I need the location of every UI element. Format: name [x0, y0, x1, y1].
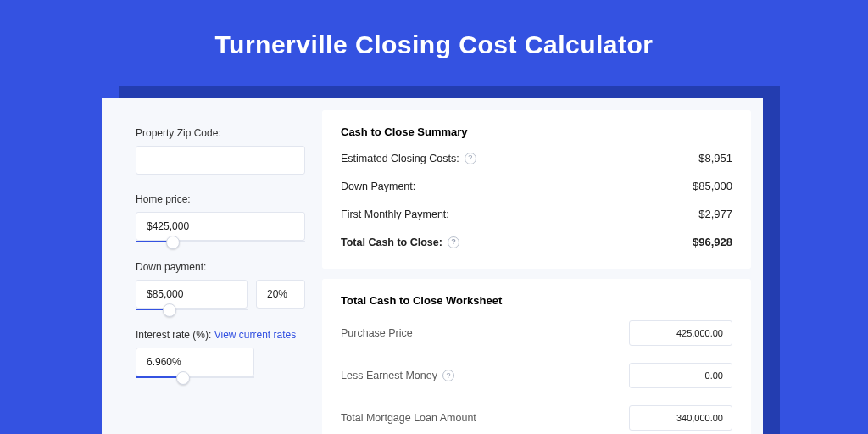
summary-label: Estimated Closing Costs:: [341, 153, 459, 164]
slider-thumb-icon[interactable]: [166, 236, 180, 249]
view-current-rates-link[interactable]: View current rates: [214, 329, 297, 341]
down-payment-input[interactable]: $85,000: [136, 280, 248, 309]
zip-label: Property Zip Code:: [136, 127, 305, 139]
worksheet-row-total-mortgage: Total Mortgage Loan Amount 340,000.00: [341, 405, 732, 431]
zip-input[interactable]: [136, 146, 305, 175]
calculator-card: Property Zip Code: Home price: $425,000 …: [102, 98, 763, 434]
interest-rate-input[interactable]: 6.960%: [136, 348, 254, 376]
slider-thumb-icon[interactable]: [176, 371, 190, 385]
help-icon[interactable]: ?: [465, 153, 476, 164]
worksheet-row-purchase-price: Purchase Price 425,000.00: [341, 320, 732, 346]
worksheet-title: Total Cash to Close Worksheet: [341, 294, 732, 307]
home-price-input[interactable]: $425,000: [136, 212, 305, 241]
summary-row-down-payment: Down Payment: $85,000: [341, 180, 732, 192]
field-down-payment: Down payment: $85,000 20%: [136, 261, 305, 310]
summary-value: $96,928: [693, 236, 732, 248]
summary-row-total: Total Cash to Close: ? $96,928: [341, 236, 732, 248]
worksheet-row-less-earnest: Less Earnest Money ? 0.00: [341, 363, 732, 388]
summary-label: Total Cash to Close:: [341, 236, 442, 248]
worksheet-value-input[interactable]: 340,000.00: [629, 405, 732, 431]
summary-value: $8,951: [698, 152, 732, 164]
down-payment-label: Down payment:: [136, 261, 305, 273]
summary-label: Down Payment:: [341, 181, 415, 192]
app-root: Turnerville Closing Cost Calculator Prop…: [0, 0, 868, 434]
interest-rate-label: Interest rate (%): View current rates: [136, 329, 305, 341]
worksheet-value-input[interactable]: 425,000.00: [629, 320, 732, 346]
down-payment-slider[interactable]: [136, 309, 248, 310]
field-home-price: Home price: $425,000: [136, 193, 305, 242]
input-panel: Property Zip Code: Home price: $425,000 …: [102, 98, 322, 434]
summary-value: $2,977: [698, 208, 732, 220]
summary-row-first-monthly: First Monthly Payment: $2,977: [341, 208, 732, 220]
worksheet-label: Purchase Price: [341, 327, 413, 339]
home-price-slider[interactable]: [136, 241, 305, 242]
summary-label: First Monthly Payment:: [341, 209, 449, 220]
field-zip: Property Zip Code:: [136, 127, 305, 175]
summary-title: Cash to Close Summary: [341, 125, 732, 138]
summary-card: Cash to Close Summary Estimated Closing …: [322, 110, 751, 269]
slider-thumb-icon[interactable]: [163, 303, 176, 317]
field-interest-rate: Interest rate (%): View current rates 6.…: [136, 329, 305, 378]
interest-rate-slider[interactable]: [136, 376, 254, 378]
summary-row-est-closing: Estimated Closing Costs: ? $8,951: [341, 152, 732, 164]
home-price-label: Home price:: [136, 193, 305, 205]
worksheet-label: Total Mortgage Loan Amount: [341, 412, 476, 424]
page-title: Turnerville Closing Cost Calculator: [0, 0, 868, 59]
results-panel: Cash to Close Summary Estimated Closing …: [322, 98, 763, 434]
worksheet-card: Total Cash to Close Worksheet Purchase P…: [322, 279, 751, 434]
summary-value: $85,000: [693, 180, 732, 192]
interest-rate-label-text: Interest rate (%):: [136, 329, 211, 341]
worksheet-value-input[interactable]: 0.00: [629, 363, 732, 388]
down-payment-pct-input[interactable]: 20%: [256, 280, 305, 309]
worksheet-label: Less Earnest Money: [341, 370, 437, 381]
help-icon[interactable]: ?: [448, 236, 459, 248]
help-icon[interactable]: ?: [442, 370, 454, 381]
